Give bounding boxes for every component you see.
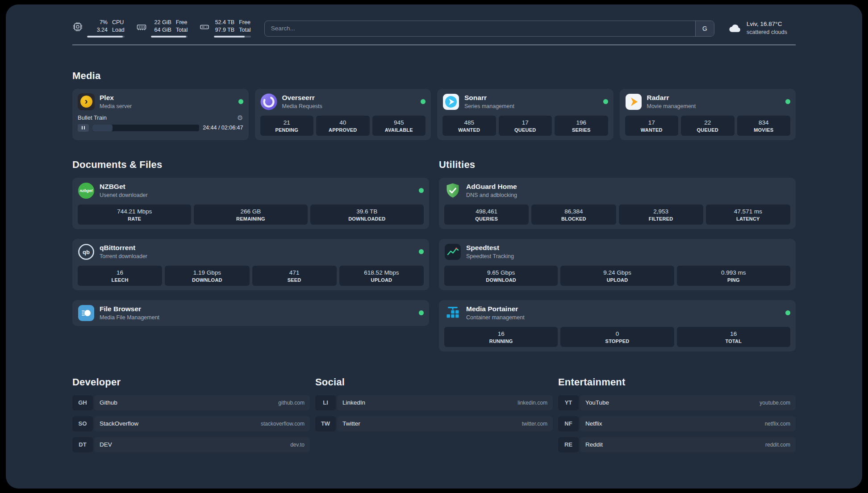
service-name: Media Portainer xyxy=(466,305,525,313)
service-meta: Speedtest Speedtest Tracking xyxy=(466,244,514,259)
bookmark-domain: twitter.com xyxy=(522,421,547,427)
bookmark-list: YT YouTubeyoutube.com NF Netflixnetflix.… xyxy=(558,395,796,452)
stats-row: 16RUNNING 0STOPPED 16TOTAL xyxy=(444,327,790,347)
stat-value: 39.6 TB xyxy=(312,208,422,215)
service-subtitle: Media File Management xyxy=(100,314,159,321)
stat-label: AVAILABLE xyxy=(374,127,424,133)
card-header: Sonarr Series management xyxy=(442,93,608,110)
stat-value: 196 xyxy=(556,119,606,126)
stat-box: 498,461QUERIES xyxy=(444,205,529,225)
weather-text: Lviv, 16.87°C scattered clouds xyxy=(747,20,787,36)
resource-widgets: 7% CPU 3.24 Load xyxy=(72,19,251,38)
stats-row: 21PENDING 40APPROVED 945AVAILABLE xyxy=(260,116,426,136)
stat-label: UPLOAD xyxy=(341,277,422,283)
stat-value: 47.571 ms xyxy=(708,208,789,215)
memory-stats: 22 GiB Free 64 GiB Total xyxy=(151,19,188,38)
pause-button[interactable] xyxy=(78,124,89,132)
stat-value: 471 xyxy=(254,269,335,276)
bookmark-name: YouTube xyxy=(585,399,609,406)
stat-label: UPLOAD xyxy=(562,277,672,283)
stat-box: 834MOVIES xyxy=(737,116,791,136)
bookmark-domain: youtube.com xyxy=(760,400,790,406)
section-title-social: Social xyxy=(315,376,553,388)
stat-box: 1.19 GbpsDOWNLOAD xyxy=(165,266,249,286)
weather-widget: Lviv, 16.87°C scattered clouds xyxy=(728,20,796,36)
stat-box: 471SEED xyxy=(252,266,337,286)
stat-box: 9.65 GbpsDOWNLOAD xyxy=(444,266,558,286)
top-bar: 7% CPU 3.24 Load xyxy=(72,19,796,38)
card-header: qb qBittorrent Torrent downloader xyxy=(78,243,424,260)
bookmark-abbr: DT xyxy=(72,437,93,452)
bookmark-youtube[interactable]: YT YouTubeyoutube.com xyxy=(558,395,796,410)
service-card-qbittorrent[interactable]: qb qBittorrent Torrent downloader 16LEEC… xyxy=(72,239,429,290)
service-card-sonarr[interactable]: Sonarr Series management 485WANTED 17QUE… xyxy=(437,89,613,140)
service-name: File Browser xyxy=(100,305,159,313)
bookmark-name: Github xyxy=(100,399,117,406)
memory-progress-bar xyxy=(151,36,188,38)
bookmark-netflix[interactable]: NF Netflixnetflix.com xyxy=(558,416,796,431)
status-dot xyxy=(419,310,424,315)
stat-label: WANTED xyxy=(444,127,494,133)
service-card-plex[interactable]: › Plex Media server Bullet Train ⚙ xyxy=(72,89,249,140)
service-card-portainer[interactable]: Media Portainer Container management 16R… xyxy=(439,300,796,351)
status-dot xyxy=(785,99,790,104)
stat-label: STOPPED xyxy=(562,338,672,344)
bookmark-twitter[interactable]: TW Twittertwitter.com xyxy=(315,416,553,431)
stat-label: APPROVED xyxy=(318,127,368,133)
section-utilities: Utilities xyxy=(439,159,796,351)
stat-value: 86,384 xyxy=(533,208,614,215)
stat-label: QUEUED xyxy=(501,127,551,133)
stats-row: 744.21 MbpsRATE 266 GBREMAINING 39.6 TBD… xyxy=(78,205,424,225)
search-input[interactable] xyxy=(265,21,695,36)
service-card-nzbget[interactable]: nzbget NZBGet Usenet downloader 744.21 M… xyxy=(72,178,429,229)
bookmark-domain: reddit.com xyxy=(765,442,790,448)
bookmark-name: Twitter xyxy=(342,420,360,427)
bookmark-domain: github.com xyxy=(278,400,305,406)
dashboard-window: 7% CPU 3.24 Load xyxy=(6,4,862,489)
service-card-adguard[interactable]: AdGuard Home DNS and adblocking 498,461Q… xyxy=(439,178,796,229)
cpu-load-value: 3.24 xyxy=(87,26,108,34)
bookmark-github[interactable]: GH Githubgithub.com xyxy=(72,395,310,410)
gear-icon[interactable]: ⚙ xyxy=(237,114,243,121)
bookmark-name: Netflix xyxy=(585,420,602,427)
stats-row: 485WANTED 17QUEUED 196SERIES xyxy=(442,116,608,136)
playback-progress xyxy=(92,125,199,131)
now-playing-title: Bullet Train xyxy=(78,114,107,121)
stat-box: 0STOPPED xyxy=(560,327,674,347)
stat-label: SERIES xyxy=(556,127,606,133)
memory-free-label: Free xyxy=(176,19,188,26)
cpu-load-label: Load xyxy=(112,26,125,34)
search-provider-button[interactable]: G xyxy=(695,21,714,36)
stat-box: 17WANTED xyxy=(625,116,679,136)
stat-label: TOTAL xyxy=(679,338,789,344)
service-card-radarr[interactable]: Radarr Movie management 17WANTED 22QUEUE… xyxy=(620,89,796,140)
portainer-icon xyxy=(444,305,461,322)
cpu-usage-value: 7% xyxy=(87,19,108,26)
section-documents: Documents & Files nzbget NZBGet xyxy=(72,159,429,326)
bookmark-abbr: NF xyxy=(558,416,579,431)
stat-box: 21PENDING xyxy=(260,116,314,136)
bookmark-abbr: GH xyxy=(72,395,93,410)
memory-icon xyxy=(136,21,147,32)
service-card-filebrowser[interactable]: File Browser Media File Management xyxy=(72,300,429,326)
bookmark-abbr: TW xyxy=(315,416,336,431)
stat-box: 40APPROVED xyxy=(316,116,370,136)
stat-box: 22QUEUED xyxy=(681,116,734,136)
section-title-media: Media xyxy=(72,70,796,82)
bookmark-name: DEV xyxy=(100,441,112,448)
stats-row: 17WANTED 22QUEUED 834MOVIES xyxy=(625,116,791,136)
service-card-overseerr[interactable]: Overseerr Media Requests 21PENDING 40APP… xyxy=(255,89,431,140)
stat-box: 16TOTAL xyxy=(677,327,790,347)
status-dot xyxy=(238,99,243,104)
bookmark-reddit[interactable]: RE Redditreddit.com xyxy=(558,437,796,452)
bookmark-stackoverflow[interactable]: SO StackOverflowstackoverflow.com xyxy=(72,416,310,431)
bookmark-linkedin[interactable]: LI LinkedInlinkedin.com xyxy=(315,395,553,410)
bookmark-dev[interactable]: DT DEVdev.to xyxy=(72,437,310,452)
service-card-speedtest[interactable]: Speedtest Speedtest Tracking 9.65 GbpsDO… xyxy=(439,239,796,290)
stat-label: DOWNLOAD xyxy=(446,277,556,283)
service-subtitle: Series management xyxy=(464,103,514,109)
stat-label: LATENCY xyxy=(708,216,789,221)
bookmark-domain: stackoverflow.com xyxy=(261,421,305,427)
card-header: File Browser Media File Management xyxy=(78,305,424,322)
service-name: NZBGet xyxy=(100,183,148,191)
